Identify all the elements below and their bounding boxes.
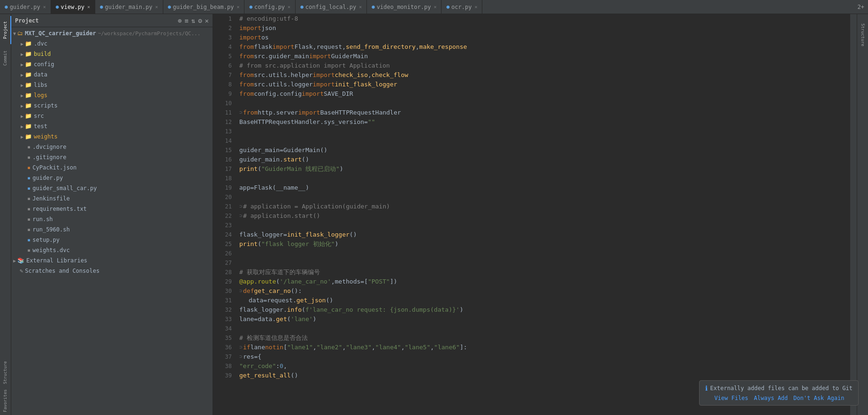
tree-item-label: config [34,61,54,68]
code-line-11: ⊃from http.server import BaseHTTPRequest… [239,108,850,117]
chevron: ▶ [21,41,23,46]
code-line-23 [239,221,850,230]
py-icon: ▪ [27,175,30,181]
tab-close[interactable]: ✕ [155,4,158,9]
chevron: ▶ [21,134,23,139]
tree-item-label: .dvc [34,40,47,47]
py-file-icon: ● [300,4,304,10]
tab-guider-py[interactable]: ● guider.py ✕ [0,0,51,14]
tab-video-monitor-py[interactable]: ● video_monitor.py ✕ [367,0,442,14]
code-line-18 [239,174,850,183]
tree-src-folder[interactable]: ▶ 📁 src [11,111,213,121]
tree-item-label: data [34,71,47,78]
py-icon: ▪ [27,185,30,192]
tab-close[interactable]: ✕ [474,4,477,9]
tab-close[interactable]: ✕ [288,4,290,9]
code-line-15: guider_main = GuiderMain() [239,146,850,155]
tree-setup-py[interactable]: ▪ setup.py [11,235,213,245]
tree-guider-py[interactable]: ▪ guider.py [11,173,213,183]
tab-label: config.py [254,4,285,10]
tree-item-label: setup.py [32,237,60,243]
folder-icon: 📁 [25,61,32,68]
code-line-22: ⊃# application.start() [239,211,850,221]
code-line-28: # 获取对应车道下的车辆编号 [239,268,850,277]
tree-test-folder[interactable]: ▶ 📁 test [11,121,213,131]
tree-data-folder[interactable]: ▶ 📁 data [11,69,213,80]
code-line-29: @app.route('/lane_car_no', methods=["POS… [239,277,850,286]
tree-item-label: .gitignore [32,154,66,161]
always-add-link[interactable]: Always Add [754,395,788,401]
tab-guider-big-beam-py[interactable]: ● guider_big_beam.py ✕ [163,0,245,14]
code-line-9: from config.config import SAVE_DIR [239,89,850,99]
tree-logs-folder[interactable]: ▶ 📁 logs [11,90,213,100]
settings-icon[interactable]: ⚙ [198,17,202,24]
tree-dvcignore-file[interactable]: ▪ .dvcignore [11,142,213,152]
collapse-all-icon[interactable]: ≡ [184,17,188,24]
sidebar-item-commit[interactable]: Commit [0,44,11,72]
tree-item-label: requirements.txt [32,206,87,212]
dont-ask-again-link[interactable]: Don't Ask Again [793,395,844,401]
code-line-3: import os [239,33,850,42]
code-editor[interactable]: # encoding:utf-8 import json import os f… [236,14,850,415]
py-file-icon: ● [372,4,375,10]
view-files-link[interactable]: View Files [715,395,748,401]
tab-ocr-py[interactable]: ● ocr.py ✕ [442,0,482,14]
tree-item-label: guider_small_car.py [32,185,97,192]
tree-cypackit-json[interactable]: ▪ CyPackit.json [11,162,213,173]
tab-close[interactable]: ✕ [43,4,46,9]
code-line-27 [239,258,850,268]
folder-icon: 📁 [25,133,32,140]
tree-guider-small-car-py[interactable]: ▪ guider_small_car.py [11,183,213,193]
tree-dvc-folder[interactable]: ▶ 📁 .dvc [11,38,213,49]
json-icon: ▪ [27,164,30,171]
folder-icon: 📁 [25,51,32,57]
tab-label: view.py [61,4,84,10]
code-line-31: data = request.get_json() [239,296,850,305]
sidebar-item-structure[interactable]: Structure [0,359,11,387]
tree-weights-folder[interactable]: ▶ 📁 weights [11,131,213,142]
tree-run-sh[interactable]: ▪ run.sh [11,214,213,224]
tree-root[interactable]: ▼ 🗂 MXT_QC_carrier_guider ~/workspace/Py… [11,28,213,38]
tree-weights-dvc[interactable]: ▪ weights.dvc [11,245,213,255]
tab-close[interactable]: ✕ [87,4,90,9]
tree-scripts-folder[interactable]: ▶ 📁 scripts [11,100,213,111]
code-line-7: from src.utils.helper import check_iso, … [239,70,850,80]
tree-item-label: Scratches and Consoles [25,268,99,274]
chevron: ▶ [21,52,23,57]
chevron: ▶ [21,103,23,108]
folder-icon: 📁 [25,92,32,99]
sidebar-right-structure[interactable]: Structure [857,16,868,54]
tree-item-label: libs [34,82,47,88]
tab-close[interactable]: ✕ [359,4,362,9]
scratch-icon: ✎ [20,268,23,274]
sidebar-item-project[interactable]: Project [0,16,11,44]
tab-bar: ● guider.py ✕ ● view.py ✕ ● guider_main.… [0,0,868,14]
tree-requirements-txt[interactable]: ▪ requirements.txt [11,204,213,214]
tree-build-folder[interactable]: ▶ 📁 build [11,49,213,59]
right-scrollbar[interactable] [850,14,857,415]
tree-content: ▼ 🗂 MXT_QC_carrier_guider ~/workspace/Py… [11,27,213,415]
tab-close[interactable]: ✕ [434,4,436,9]
tree-jenkinsfile[interactable]: ▪ Jenkinsfile [11,193,213,204]
close-panel-icon[interactable]: ✕ [205,17,209,24]
tab-overflow-count[interactable]: 2+ [858,4,868,10]
tree-libs-folder[interactable]: ▶ 📁 libs [11,80,213,90]
tab-config-py[interactable]: ● config.py ✕ [244,0,296,14]
expand-icon[interactable]: ⇅ [191,17,195,24]
sidebar-item-favorites[interactable]: Favorites [0,387,11,415]
tree-config-folder[interactable]: ▶ 📁 config [11,59,213,69]
tab-guider-main-py[interactable]: ● guider_main.py ✕ [95,0,163,14]
tree-gitignore-file[interactable]: ▪ .gitignore [11,152,213,162]
locate-icon[interactable]: ⊕ [178,17,182,24]
tab-config-local-py[interactable]: ● config_local.py ✕ [296,0,367,14]
code-line-6: # from src.application import Applicatio… [239,61,850,70]
tab-view-py[interactable]: ● view.py ✕ [51,0,95,14]
tab-close[interactable]: ✕ [236,4,239,9]
code-line-20 [239,192,850,202]
code-line-24: flask_logger = init_flask_logger() [239,230,850,239]
code-line-35: # 检测车道信息是否合法 [239,333,850,343]
tree-run-5960-sh[interactable]: ▪ run_5960.sh [11,224,213,235]
tree-external-libs[interactable]: ▶ 📚 External Libraries [11,255,213,266]
tree-scratches-consoles[interactable]: ✎ Scratches and Consoles [11,266,213,276]
py-file-icon: ● [168,4,171,10]
